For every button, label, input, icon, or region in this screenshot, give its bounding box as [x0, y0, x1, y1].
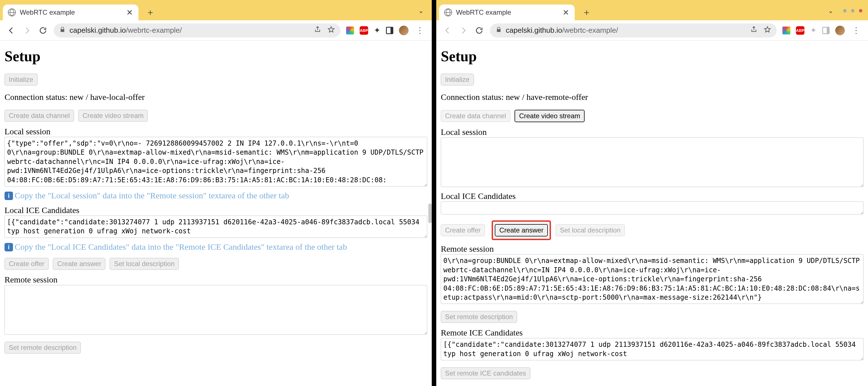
side-panel-icon[interactable]: [822, 27, 830, 34]
browser-toolbar: capelski.github.io/webrtc-example/ ABP ✦: [0, 20, 432, 41]
profile-avatar[interactable]: [399, 26, 409, 35]
connection-status: Connection status: new / have-remote-off…: [441, 92, 864, 102]
info-icon: i: [4, 243, 13, 251]
address-bar[interactable]: capelski.github.io/webrtc-example/: [54, 24, 340, 38]
create-answer-button[interactable]: Create answer: [495, 224, 548, 237]
set-remote-description-button[interactable]: Set remote description: [4, 342, 81, 354]
traffic-dot[interactable]: [843, 9, 846, 12]
share-icon[interactable]: [314, 26, 321, 35]
local-session-textarea[interactable]: [4, 137, 427, 186]
connection-status-value: new / have-local-offer: [69, 92, 145, 102]
local-ice-textarea[interactable]: [4, 216, 427, 238]
profile-avatar[interactable]: [835, 26, 845, 35]
chrome-menu-button[interactable]: ⋮: [414, 26, 426, 35]
local-ice-label: Local ICE Candidates: [4, 205, 427, 215]
highlight-create-answer: Create answer: [492, 220, 551, 240]
back-button[interactable]: [6, 25, 17, 36]
remote-ice-textarea[interactable]: [441, 338, 864, 360]
omnibox-actions: [314, 26, 335, 35]
extensions-puzzle-icon[interactable]: ✦: [810, 26, 816, 35]
browser-window-left: WebRTC example ✕ ＋ ⌄ capelski.gith: [0, 0, 434, 386]
hint-session: iCopy the "Local session" data into the …: [4, 191, 427, 200]
page-heading: Setup: [441, 48, 864, 65]
create-video-stream-button[interactable]: Create video stream: [78, 110, 148, 121]
remote-session-label: Remote session: [4, 275, 427, 284]
create-data-channel-button[interactable]: Create data channel: [4, 110, 74, 121]
page-content: Setup Initialize Connection status: new …: [0, 41, 432, 386]
extension-colorful-icon[interactable]: [346, 27, 354, 34]
set-local-description-button[interactable]: Set local description: [556, 224, 625, 236]
initialize-button[interactable]: Initialize: [4, 74, 38, 85]
create-offer-button[interactable]: Create offer: [441, 224, 485, 236]
page-heading: Setup: [4, 48, 427, 65]
set-remote-description-button[interactable]: Set remote description: [441, 311, 517, 323]
share-icon[interactable]: [750, 26, 757, 35]
close-window-dot[interactable]: [859, 9, 862, 12]
connection-status-value: new / have-remote-offer: [506, 92, 588, 102]
bookmark-star-icon[interactable]: [328, 26, 335, 35]
new-tab-button[interactable]: ＋: [144, 6, 157, 19]
create-data-channel-button[interactable]: Create data channel: [441, 110, 510, 122]
extension-icons: ABP ✦ ⋮: [782, 26, 862, 35]
chrome-top: WebRTC example ✕ ＋ ⌄ capelski.gith: [0, 0, 432, 41]
tab-title: WebRTC example: [456, 8, 558, 16]
remote-session-textarea[interactable]: [4, 285, 427, 335]
local-session-label: Local session: [441, 127, 864, 137]
create-answer-button[interactable]: Create answer: [53, 258, 105, 270]
set-local-description-button[interactable]: Set local description: [110, 258, 179, 270]
extension-icons: ABP ✦ ⋮: [346, 26, 426, 35]
tab-active[interactable]: WebRTC example ✕: [3, 4, 138, 20]
side-panel-icon[interactable]: [386, 27, 393, 34]
local-session-textarea[interactable]: [441, 137, 864, 187]
reload-button[interactable]: [474, 25, 484, 36]
adblock-icon[interactable]: ABP: [360, 26, 368, 35]
url-text: capelski.github.io/webrtc-example/: [506, 26, 618, 35]
tabs-dropdown-button[interactable]: ⌄: [416, 4, 426, 17]
remote-session-label: Remote session: [441, 244, 864, 254]
bookmark-star-icon[interactable]: [764, 26, 771, 35]
initialize-button[interactable]: Initialize: [441, 74, 474, 85]
reload-button[interactable]: [38, 25, 48, 36]
chrome-menu-button[interactable]: ⋮: [850, 26, 862, 35]
forward-button[interactable]: [22, 25, 32, 36]
local-ice-textarea[interactable]: [441, 202, 864, 214]
remote-ice-label: Remote ICE Candidates: [441, 328, 864, 338]
remote-session-textarea[interactable]: [441, 254, 864, 304]
tab-close-button[interactable]: ✕: [562, 8, 569, 16]
lock-icon: [496, 26, 502, 35]
tab-active[interactable]: WebRTC example ✕: [439, 4, 575, 20]
set-remote-ice-button[interactable]: Set remote ICE candidates: [441, 367, 530, 379]
lock-icon: [59, 26, 66, 35]
create-video-stream-button[interactable]: Create video stream: [515, 110, 585, 122]
url-text: capelski.github.io/webrtc-example/: [69, 26, 182, 35]
browser-toolbar: capelski.github.io/webrtc-example/ ABP ✦: [436, 20, 868, 41]
scrollbar-thumb[interactable]: [428, 204, 432, 223]
local-ice-label: Local ICE Candidates: [441, 191, 864, 201]
tabs-dropdown-button[interactable]: ⌄: [826, 4, 836, 17]
connection-status: Connection status: new / have-local-offe…: [4, 92, 427, 102]
globe-icon: [8, 8, 16, 16]
forward-button[interactable]: [458, 25, 468, 36]
back-button[interactable]: [442, 25, 453, 36]
traffic-dot[interactable]: [851, 9, 855, 12]
tabstrip: WebRTC example ✕ ＋ ⌄: [436, 0, 868, 20]
page-content: Setup Initialize Connection status: new …: [436, 41, 868, 386]
chrome-top: WebRTC example ✕ ＋ ⌄: [436, 0, 868, 41]
extension-colorful-icon[interactable]: [782, 27, 790, 34]
omnibox-actions: [750, 26, 771, 35]
globe-icon: [444, 8, 452, 16]
adblock-icon[interactable]: ABP: [796, 26, 804, 35]
extensions-puzzle-icon[interactable]: ✦: [374, 26, 380, 35]
hint-ice: iCopy the "Local ICE Candidates" data in…: [4, 242, 427, 252]
create-offer-button[interactable]: Create offer: [4, 258, 49, 270]
new-tab-button[interactable]: ＋: [580, 6, 593, 19]
browser-window-right: WebRTC example ✕ ＋ ⌄: [434, 0, 868, 386]
tab-title: WebRTC example: [20, 8, 122, 16]
info-icon: i: [4, 191, 13, 200]
window-controls: [843, 9, 862, 12]
tab-close-button[interactable]: ✕: [125, 8, 133, 16]
local-session-label: Local session: [4, 127, 427, 136]
address-bar[interactable]: capelski.github.io/webrtc-example/: [490, 24, 777, 38]
tabstrip: WebRTC example ✕ ＋ ⌄: [0, 0, 432, 20]
